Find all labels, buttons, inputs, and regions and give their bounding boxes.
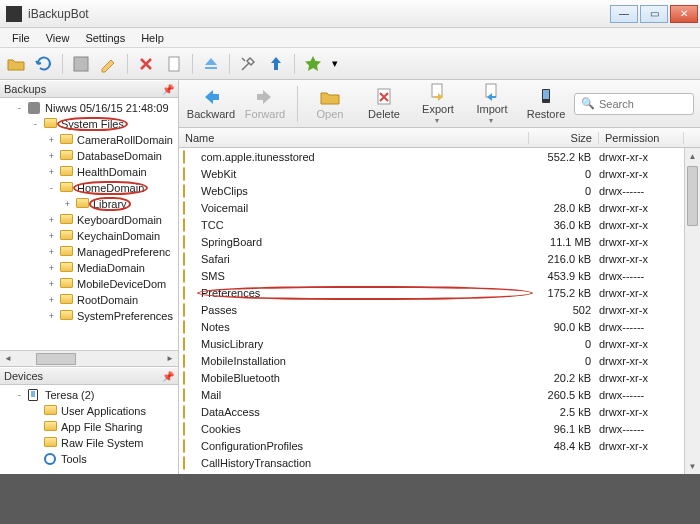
pencil-icon[interactable] — [97, 52, 121, 76]
search-input[interactable] — [599, 98, 689, 110]
column-name[interactable]: Name — [179, 132, 529, 144]
restore-button[interactable]: Restore — [520, 87, 572, 120]
file-row[interactable]: Notes90.0 kBdrwx------ — [179, 318, 700, 335]
tree-item[interactable]: +MobileDeviceDom — [0, 276, 178, 292]
file-name: ConfigurationProfiles — [201, 440, 529, 452]
tree-item[interactable]: +MediaDomain — [0, 260, 178, 276]
svg-rect-1 — [169, 57, 179, 71]
file-list-header: Name Size Permission — [179, 128, 700, 148]
file-row[interactable]: TCC36.0 kBdrwxr-xr-x — [179, 216, 700, 233]
menu-bar: File View Settings Help — [0, 28, 700, 48]
tree-item[interactable]: +RootDomain — [0, 292, 178, 308]
file-row[interactable]: MobileInstallation0drwxr-xr-x — [179, 352, 700, 369]
devices-tree[interactable]: - Teresa (2) User ApplicationsApp File S… — [0, 385, 178, 474]
refresh-icon[interactable] — [32, 52, 56, 76]
tree-item[interactable]: +ManagedPreferenc — [0, 244, 178, 260]
close-button[interactable]: ✕ — [670, 5, 698, 23]
tree-item[interactable]: +SystemPreferences — [0, 308, 178, 324]
delete-icon[interactable] — [134, 52, 158, 76]
window-controls: — ▭ ✕ — [610, 5, 698, 23]
menu-settings[interactable]: Settings — [77, 30, 133, 46]
window-title: iBackupBot — [28, 7, 610, 21]
export-button[interactable]: Export▾ — [412, 82, 464, 125]
eject-icon[interactable] — [199, 52, 223, 76]
maximize-button[interactable]: ▭ — [640, 5, 668, 23]
file-row[interactable]: MusicLibrary0drwxr-xr-x — [179, 335, 700, 352]
file-row[interactable]: Preferences175.2 kBdrwxr-xr-x — [179, 284, 700, 301]
open-button[interactable]: Open — [304, 87, 356, 120]
search-box[interactable]: 🔍 — [574, 93, 694, 115]
file-list[interactable]: com.apple.itunesstored552.2 kBdrwxr-xr-x… — [179, 148, 700, 474]
file-row[interactable]: SpringBoard11.1 MBdrwxr-xr-x — [179, 233, 700, 250]
tree-item[interactable]: +CameraRollDomain — [0, 132, 178, 148]
tree-item[interactable]: App File Sharing — [0, 419, 178, 435]
delete-button[interactable]: Delete — [358, 87, 410, 120]
file-name: CallHistoryTransaction — [201, 457, 529, 469]
import-button[interactable]: Import▾ — [466, 82, 518, 125]
file-name: TCC — [201, 219, 529, 231]
file-name: com.apple.itunesstored — [201, 151, 529, 163]
file-row[interactable]: CallHistoryTransaction — [179, 454, 700, 471]
file-row[interactable]: WebClips0drwx------ — [179, 182, 700, 199]
star-icon[interactable] — [301, 52, 325, 76]
tree-item[interactable]: User Applications — [0, 403, 178, 419]
tree-h-scrollbar[interactable]: ◄ ► — [0, 350, 178, 366]
file-row[interactable]: Cookies96.1 kBdrwx------ — [179, 420, 700, 437]
bottom-overlay — [0, 474, 700, 524]
file-row[interactable]: com.apple.itunesstored552.2 kBdrwxr-xr-x — [179, 148, 700, 165]
file-row[interactable]: ConfigurationProfiles48.4 kBdrwxr-xr-x — [179, 437, 700, 454]
pin-icon[interactable]: 📌 — [162, 371, 174, 382]
tree-item[interactable]: +KeychainDomain — [0, 228, 178, 244]
file-name: WebKit — [201, 168, 529, 180]
tree-backup-root[interactable]: - Niwws 05/16/15 21:48:09 — [0, 100, 178, 116]
page-icon[interactable] — [162, 52, 186, 76]
file-size: 36.0 kB — [529, 219, 599, 231]
file-permission: drwxr-xr-x — [599, 440, 684, 452]
tree-item[interactable]: Raw File System — [0, 435, 178, 451]
menu-help[interactable]: Help — [133, 30, 172, 46]
tree-item[interactable]: Tools — [0, 451, 178, 467]
file-list-v-scrollbar[interactable]: ▲ ▼ — [684, 148, 700, 474]
file-row[interactable]: SMS453.9 kBdrwx------ — [179, 267, 700, 284]
file-size: 502 — [529, 304, 599, 316]
tree-device-root[interactable]: - Teresa (2) — [0, 387, 178, 403]
file-row[interactable]: Voicemail28.0 kBdrwxr-xr-x — [179, 199, 700, 216]
tree-item[interactable]: +DatabaseDomain — [0, 148, 178, 164]
app-icon — [6, 6, 22, 22]
file-row[interactable]: DataAccess2.5 kBdrwxr-xr-x — [179, 403, 700, 420]
tree-item[interactable]: -HomeDomain — [0, 180, 178, 196]
tree-label: ManagedPreferenc — [77, 246, 171, 258]
menu-view[interactable]: View — [38, 30, 78, 46]
minimize-button[interactable]: — — [610, 5, 638, 23]
file-permission: drwxr-xr-x — [599, 372, 684, 384]
backward-button[interactable]: Backward — [185, 87, 237, 120]
svg-rect-0 — [74, 57, 88, 71]
open-folder-icon[interactable] — [4, 52, 28, 76]
file-name: MobileBluetooth — [201, 372, 529, 384]
column-permission[interactable]: Permission — [599, 132, 684, 144]
column-size[interactable]: Size — [529, 132, 599, 144]
menu-file[interactable]: File — [4, 30, 38, 46]
tree-item[interactable]: +Library — [0, 196, 178, 212]
file-row[interactable]: Mail260.5 kBdrwx------ — [179, 386, 700, 403]
up-arrow-icon[interactable] — [264, 52, 288, 76]
forward-button[interactable]: Forward — [239, 87, 291, 120]
file-row[interactable]: Passes502drwxr-xr-x — [179, 301, 700, 318]
backups-tree[interactable]: - Niwws 05/16/15 21:48:09 -System Files+… — [0, 98, 178, 350]
file-name: Mail — [201, 389, 529, 401]
file-row[interactable]: MobileBluetooth20.2 kBdrwxr-xr-x — [179, 369, 700, 386]
file-size: 260.5 kB — [529, 389, 599, 401]
backups-label: Backups — [4, 83, 46, 95]
file-row[interactable]: WebKit0drwxr-xr-x — [179, 165, 700, 182]
tree-item[interactable]: +HealthDomain — [0, 164, 178, 180]
devices-label: Devices — [4, 370, 43, 382]
file-row[interactable]: Safari216.0 kBdrwxr-xr-x — [179, 250, 700, 267]
save-icon[interactable] — [69, 52, 93, 76]
pin-icon[interactable]: 📌 — [162, 84, 174, 95]
tree-item[interactable]: -System Files — [0, 116, 178, 132]
file-size: 11.1 MB — [529, 236, 599, 248]
tree-item[interactable]: +KeyboardDomain — [0, 212, 178, 228]
dropdown-icon[interactable]: ▾ — [329, 52, 341, 76]
file-name: SMS — [201, 270, 529, 282]
tools-icon[interactable] — [236, 52, 260, 76]
